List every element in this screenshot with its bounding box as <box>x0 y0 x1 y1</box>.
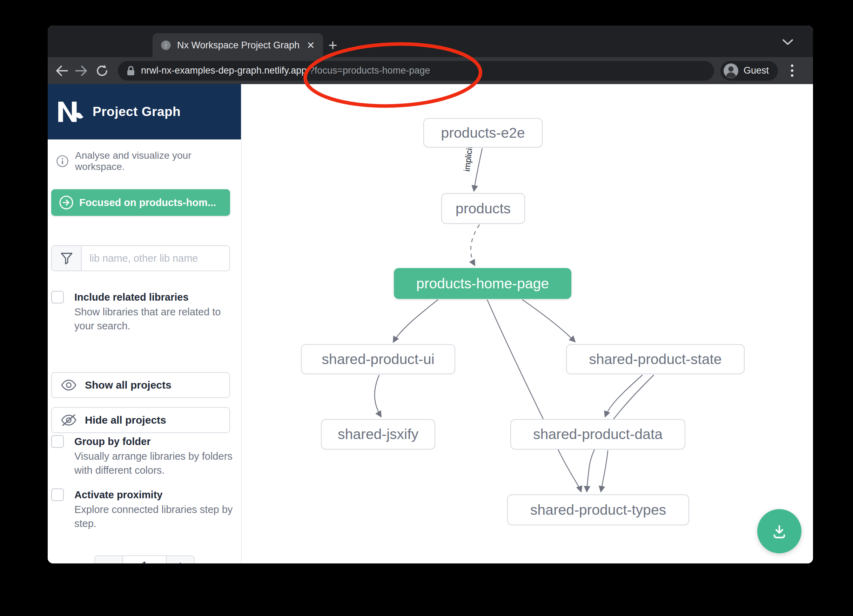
tab-strip: Nx Workspace Project Graph ✕ + <box>48 26 813 57</box>
filter-icon-box <box>52 246 82 271</box>
option-group-by-folder: Group by folder Visually arrange librari… <box>51 434 234 477</box>
graph-canvas[interactable]: implicit products-e2e products products-… <box>242 84 813 563</box>
edge-home-to-state <box>522 300 575 342</box>
eye-off-icon <box>61 414 76 427</box>
globe-favicon-icon <box>160 39 172 51</box>
hide-all-projects-label: Hide all projects <box>85 414 166 426</box>
download-icon <box>770 522 789 541</box>
nx-logo <box>57 100 84 123</box>
reload-icon <box>95 64 109 78</box>
new-tab-button[interactable]: + <box>328 35 337 56</box>
filter-field <box>51 245 230 271</box>
graph-node-shared-product-types[interactable]: shared-product-types <box>507 494 689 525</box>
sidebar: Project Graph Analyse and visualize your… <box>48 84 242 563</box>
screenshot-page: Nx Workspace Project Graph ✕ + <box>0 0 853 616</box>
forward-arrow-icon <box>75 65 89 77</box>
avatar-person-icon <box>723 63 739 79</box>
filter-input[interactable] <box>82 246 229 271</box>
browser-tab[interactable]: Nx Workspace Project Graph ✕ <box>153 33 323 57</box>
tab-title: Nx Workspace Project Graph <box>177 40 299 51</box>
edge-ui-to-jsxify <box>375 375 381 417</box>
graph-node-shared-product-state[interactable]: shared-product-state <box>566 344 745 374</box>
edge-state-to-data <box>605 375 642 417</box>
back-button[interactable] <box>53 63 70 79</box>
address-bar[interactable]: nrwl-nx-examples-dep-graph.netlify.app/?… <box>118 61 714 80</box>
profile-label: Guest <box>744 65 769 76</box>
include-related-label: Include related libraries <box>74 290 234 304</box>
reload-button[interactable] <box>94 63 110 79</box>
edge-home-to-types <box>487 300 581 492</box>
activate-proximity-checkbox[interactable] <box>51 489 64 501</box>
url-text: nrwl-nx-examples-dep-graph.netlify.app/?… <box>141 65 430 76</box>
stepper-decrement-button[interactable]: − <box>95 556 123 563</box>
forward-button[interactable] <box>74 63 90 79</box>
url-path: /?focus=products-home-page <box>307 65 430 76</box>
back-arrow-icon <box>55 65 68 77</box>
graph-node-products[interactable]: products <box>441 193 525 224</box>
chevron-down-icon[interactable] <box>782 38 794 46</box>
edge-e2e-to-products <box>474 148 482 191</box>
edge-products-to-home <box>471 225 480 266</box>
browser-menu-button[interactable] <box>785 65 799 77</box>
edge-home-to-ui <box>393 300 438 342</box>
browser-window: Nx Workspace Project Graph ✕ + <box>48 26 813 563</box>
show-all-projects-label: Show all projects <box>85 379 172 391</box>
include-related-description: Show libraries that are related to your … <box>74 305 234 333</box>
url-domain: nrwl-nx-examples-dep-graph.netlify.app <box>141 65 307 76</box>
browser-toolbar: nrwl-nx-examples-dep-graph.netlify.app/?… <box>48 57 813 84</box>
funnel-icon <box>60 252 73 265</box>
sidebar-tagline: Analyse and visualize your workspace. <box>48 139 241 173</box>
graph-node-products-home-page[interactable]: products-home-page <box>394 268 571 299</box>
info-icon <box>56 155 69 168</box>
focused-project-button[interactable]: Focused on products-hom... <box>51 189 230 216</box>
sidebar-brand-header: Project Graph <box>48 84 241 139</box>
graph-node-products-e2e[interactable]: products-e2e <box>423 118 543 148</box>
download-image-button[interactable] <box>757 509 801 553</box>
activate-proximity-label: Activate proximity <box>74 488 234 502</box>
tagline-text: Analyse and visualize your workspace. <box>75 150 232 173</box>
option-include-related: Include related libraries Show libraries… <box>51 290 234 333</box>
stepper-increment-button[interactable]: + <box>166 556 194 563</box>
proximity-stepper: − 1 + <box>94 555 195 563</box>
app-title: Project Graph <box>93 104 181 119</box>
arrow-right-circle-icon <box>59 195 74 210</box>
stepper-value: 1 <box>123 556 166 563</box>
group-by-folder-description: Visually arrange libraries by folders wi… <box>74 449 234 477</box>
graph-node-shared-product-data[interactable]: shared-product-data <box>510 419 685 450</box>
hide-all-projects-button[interactable]: Hide all projects <box>51 407 230 433</box>
tab-close-icon[interactable]: ✕ <box>305 39 316 51</box>
edge-data-to-types <box>601 450 608 492</box>
graph-node-shared-jsxify[interactable]: shared-jsxify <box>321 419 435 450</box>
group-by-folder-checkbox[interactable] <box>51 435 64 448</box>
include-related-checkbox[interactable] <box>51 291 64 303</box>
activate-proximity-description: Explore connected libraries step by step… <box>74 502 234 531</box>
window-content: Project Graph Analyse and visualize your… <box>48 84 813 563</box>
focused-project-label: Focused on products-hom... <box>79 197 216 209</box>
lock-icon <box>126 65 135 76</box>
graph-node-shared-product-ui[interactable]: shared-product-ui <box>301 344 455 374</box>
profile-button[interactable]: Guest <box>720 61 778 80</box>
graph-edges <box>242 84 813 563</box>
eye-icon <box>61 380 76 391</box>
group-by-folder-label: Group by folder <box>74 434 234 448</box>
option-activate-proximity: Activate proximity Explore connected lib… <box>51 488 234 531</box>
show-all-projects-button[interactable]: Show all projects <box>51 372 230 398</box>
